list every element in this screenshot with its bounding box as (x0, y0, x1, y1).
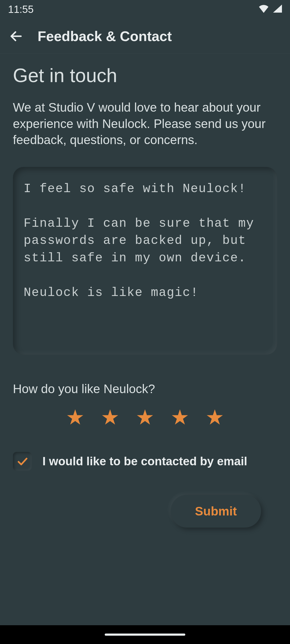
rating-label: How do you like Neulock? (13, 382, 277, 396)
star-3[interactable]: ★ (136, 407, 154, 428)
nav-handle[interactable] (105, 634, 185, 636)
star-1[interactable]: ★ (66, 407, 85, 428)
feedback-textarea[interactable]: I feel so safe with Neulock! Finally I c… (24, 180, 266, 301)
status-time: 11:55 (8, 4, 34, 15)
wifi-icon (258, 4, 269, 15)
submit-button[interactable]: Submit (171, 495, 261, 528)
check-icon (16, 455, 29, 468)
rating-stars: ★ ★ ★ ★ ★ (13, 407, 277, 428)
app-bar: Feedback & Contact (0, 19, 290, 54)
back-button[interactable] (8, 28, 24, 44)
contact-checkbox-row: I would like to be contacted by email (13, 452, 277, 471)
feedback-input-container[interactable]: I feel so safe with Neulock! Finally I c… (13, 167, 277, 355)
star-4[interactable]: ★ (171, 407, 189, 428)
status-icons (258, 4, 282, 15)
page-heading: Get in touch (13, 64, 277, 86)
app-bar-title: Feedback & Contact (38, 28, 172, 44)
page-content: Get in touch We at Studio V would love t… (0, 54, 290, 528)
star-5[interactable]: ★ (205, 407, 224, 428)
submit-row: Submit (13, 495, 277, 528)
contact-checkbox-label: I would like to be contacted by email (42, 455, 247, 468)
star-2[interactable]: ★ (101, 407, 119, 428)
status-bar: 11:55 (0, 0, 290, 19)
intro-text: We at Studio V would love to hear about … (13, 99, 277, 148)
system-nav-bar (0, 625, 290, 644)
cellular-signal-icon (272, 4, 282, 15)
arrow-left-icon (9, 29, 23, 43)
contact-checkbox[interactable] (13, 452, 32, 471)
